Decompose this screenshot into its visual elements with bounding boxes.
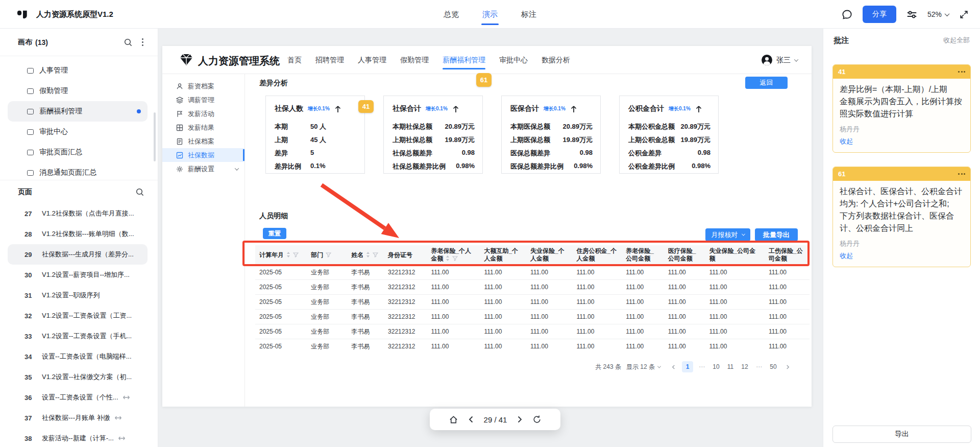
next-screen-icon[interactable] [516, 415, 524, 424]
table-row[interactable]: 2025-05业务部李书易32212312111.00111.00111.001… [255, 280, 810, 295]
proto-nav-item[interactable]: 审批中心 [499, 54, 528, 66]
page-size-select[interactable]: 显示 12 条 [626, 363, 660, 371]
column-header[interactable]: 大额互助_个人金额 [480, 245, 526, 265]
home-icon[interactable] [449, 415, 458, 425]
comment-collapse-link[interactable]: 收起 [840, 137, 853, 146]
proto-nav-item[interactable]: 数据分析 [542, 54, 570, 66]
page-item[interactable]: 27 V1.2社保数据（点击年月直接... [8, 203, 148, 224]
side-menu-item[interactable]: 社保档案 [162, 134, 244, 148]
side-menu-item[interactable]: 发薪结果 [162, 121, 244, 134]
column-header[interactable]: 医疗保险_公司金额 [664, 245, 705, 265]
share-button[interactable]: 分享 [863, 6, 896, 23]
sort-icon[interactable] [366, 252, 370, 257]
table-cell: 111.00 [427, 265, 480, 280]
proto-nav-item[interactable]: 人事管理 [358, 54, 386, 66]
sort-icon[interactable] [446, 255, 450, 261]
side-menu-item[interactable]: 发薪活动 [162, 107, 244, 121]
pager-page[interactable]: 50 [768, 361, 779, 372]
fullscreen-icon[interactable] [959, 10, 969, 19]
comment-more-icon[interactable] [958, 173, 965, 175]
column-header[interactable]: 失业保险_个人金额 [526, 245, 573, 265]
page-item[interactable]: 30 V1.2设置--薪资项目--增加序... [8, 265, 148, 285]
canvas-item[interactable]: 消息通知页面汇总 [8, 162, 148, 183]
sort-icon[interactable] [286, 252, 290, 257]
table-row[interactable]: 2025-05业务部李书易32212312111.00111.00111.001… [255, 295, 810, 310]
table-row[interactable]: 2025-05业务部李书易32212312111.00111.00111.001… [255, 324, 810, 339]
pager-page[interactable]: 11 [725, 361, 736, 372]
column-header[interactable]: 部门 [307, 245, 347, 265]
view-tab[interactable]: 标注 [520, 2, 537, 27]
column-header[interactable]: 工伤保险_公司金额 [765, 245, 810, 265]
pager-page[interactable]: 1 [682, 361, 693, 372]
proto-nav-item[interactable]: 假勤管理 [400, 54, 429, 66]
page-item[interactable]: 28 V1.2社保数据---账单明细（数... [8, 224, 148, 244]
proto-nav-item[interactable]: 招聘管理 [315, 54, 344, 66]
column-header[interactable]: 失业保险_公司金额 [705, 245, 765, 265]
side-menu-item[interactable]: 调薪管理 [162, 93, 244, 107]
filter-icon[interactable] [293, 252, 299, 257]
canvas-item[interactable]: 薪酬福利管理 [8, 101, 148, 122]
batch-export-button[interactable]: 批量导出 [755, 228, 798, 241]
table-row[interactable]: 2025-05业务部李书易32212312111.00111.00111.001… [255, 265, 810, 280]
settings-sliders-icon[interactable] [906, 9, 917, 20]
page-item[interactable]: 37 社保数据---月账单 补缴 [8, 408, 148, 428]
table-row[interactable]: 2025-05业务部李书易32212312111.00111.00111.001… [255, 339, 810, 354]
filter-icon[interactable] [452, 256, 458, 261]
table-cell: 111.00 [664, 295, 705, 310]
monthly-check-button[interactable]: 月报核对 [705, 228, 750, 241]
proto-nav-item[interactable]: 首页 [287, 54, 302, 66]
column-header[interactable]: 住房公积金_个人金额 [573, 245, 622, 265]
prev-page-icon[interactable] [668, 361, 679, 372]
menu-icon [176, 152, 183, 159]
page-item[interactable]: 35 V1.2设置--社保缴交方案（初... [8, 367, 148, 387]
page-item[interactable]: 38 发薪活动--新建（计算-... [8, 428, 148, 447]
comment-bubble-icon[interactable] [842, 9, 852, 20]
back-button[interactable]: 返回 [745, 77, 788, 89]
page-item-label: 设置--工资条设置（个性... [42, 393, 118, 402]
column-header[interactable]: 养老保险_个人金额 [427, 245, 480, 265]
view-tab[interactable]: 演示 [481, 2, 499, 27]
page-item[interactable]: 29 社保数据---生成月报（差异分... [8, 244, 148, 265]
user-menu[interactable]: 张三 [762, 55, 798, 65]
side-menu-item[interactable]: 薪酬设置 [162, 162, 244, 176]
filter-icon[interactable] [373, 252, 378, 257]
canvas-item[interactable]: 人事管理 [8, 60, 148, 81]
page-item[interactable]: 36 设置--工资条设置（个性... [8, 387, 148, 408]
side-menu-item[interactable]: 社保数据 [162, 148, 244, 162]
comment-collapse-link[interactable]: 收起 [840, 251, 853, 261]
more-icon[interactable] [141, 37, 144, 48]
canvas-item[interactable]: 假勤管理 [8, 81, 148, 101]
canvas-item[interactable]: 审批中心 [8, 122, 148, 142]
column-header[interactable]: 身份证号 [384, 245, 427, 265]
page-item[interactable]: 34 设置--工资条设置（电脑端样... [8, 346, 148, 367]
restart-icon[interactable] [532, 415, 542, 424]
annotation-badge-61[interactable]: 61 [476, 73, 492, 87]
pager-page[interactable]: 12 [739, 361, 750, 372]
canvas-item[interactable]: 审批页面汇总 [8, 142, 148, 162]
filter-icon[interactable] [326, 252, 331, 257]
page-item[interactable]: 32 V1.2设置--工资条设置（工资... [8, 305, 148, 326]
prev-screen-icon[interactable] [467, 415, 475, 424]
column-header[interactable]: 养老保险_公司金额 [622, 245, 664, 265]
page-item[interactable]: 33 V1.2设置--工资条设置（手机... [8, 326, 148, 346]
card-row-value: 19.89万元 [562, 135, 593, 145]
page-item[interactable]: 31 V1.2设置--职级序列 [8, 285, 148, 305]
side-menu-item[interactable]: 薪资档案 [162, 79, 244, 93]
zoom-control[interactable]: 52% [927, 10, 949, 18]
detail-table: 计算年月部门姓名身份证号养老保险_个人金额大额互助_个人金额失业保险_个人金额住… [255, 245, 810, 354]
search-icon[interactable] [124, 38, 133, 47]
column-header[interactable]: 姓名 [347, 245, 384, 265]
column-header[interactable]: 计算年月 [255, 245, 307, 265]
next-page-icon[interactable] [782, 361, 793, 372]
collapse-all-link[interactable]: 收起全部 [943, 36, 970, 45]
pages-search-icon[interactable] [135, 187, 144, 197]
view-tab[interactable]: 总览 [443, 2, 460, 27]
pager-page[interactable]: 10 [710, 361, 722, 372]
table-row[interactable]: 2025-05业务部李书易32212312111.00111.00111.001… [255, 310, 810, 324]
annotation-badge-41[interactable]: 41 [358, 100, 374, 113]
comment-more-icon[interactable] [958, 71, 965, 73]
scrollbar[interactable] [154, 112, 156, 161]
reset-button[interactable]: 重置 [263, 228, 286, 239]
proto-nav-item[interactable]: 薪酬福利管理 [443, 54, 485, 66]
export-button[interactable]: 导出 [832, 426, 971, 443]
